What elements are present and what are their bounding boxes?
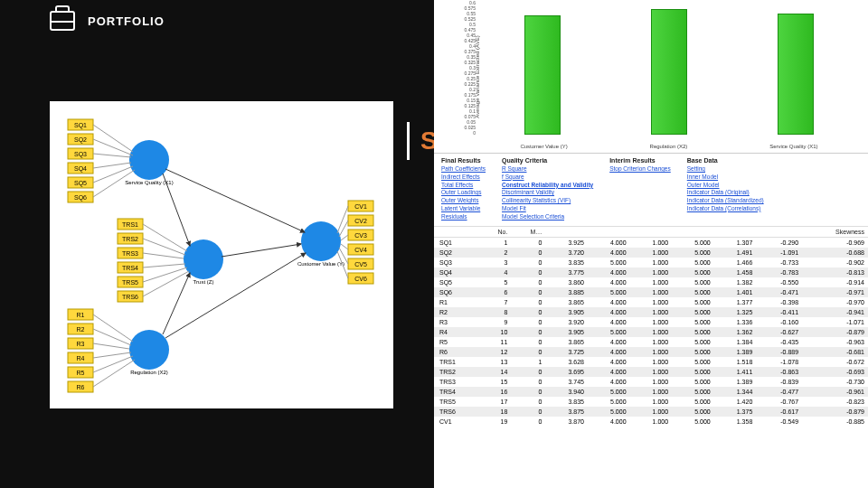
svg-line-66 bbox=[143, 264, 185, 267]
result-link[interactable]: Indicator Data (Standardized) bbox=[687, 197, 764, 205]
svg-line-53 bbox=[163, 174, 190, 246]
construct-regulation bbox=[129, 330, 169, 370]
svg-text:SQ2: SQ2 bbox=[74, 136, 87, 144]
col-header[interactable] bbox=[630, 227, 673, 238]
result-link[interactable]: Inner Model bbox=[687, 174, 764, 182]
result-link[interactable]: Outer Weights bbox=[441, 197, 486, 205]
svg-line-76 bbox=[339, 221, 348, 237]
result-link[interactable]: Outer Model bbox=[687, 182, 764, 190]
chart-bar bbox=[524, 15, 561, 135]
svg-text:SQ1: SQ1 bbox=[74, 122, 87, 129]
table-row[interactable]: TRS51703.8355.0001.0005.0001.420-0.767-0… bbox=[434, 397, 868, 407]
table-row[interactable]: R61203.7254.0001.0005.0001.389-0.889-0.6… bbox=[434, 347, 868, 357]
table-row[interactable]: CV11903.8704.0001.0005.0001.358-0.549-0.… bbox=[434, 417, 868, 427]
svg-text:TRS1: TRS1 bbox=[122, 221, 138, 228]
trs-indicators: TRS1 TRS2 TRS3 TRS4 TRS5 TRS6 bbox=[118, 219, 143, 302]
svg-line-72 bbox=[93, 352, 131, 358]
y-axis-ticks: 0.60.5750.550.5250.50.4750.450.4250.40.3… bbox=[458, 0, 476, 135]
quality-criteria-head: Quality Criteria bbox=[502, 157, 593, 164]
result-link[interactable]: Model Fit bbox=[502, 205, 593, 213]
result-link[interactable]: Discriminant Validity bbox=[502, 189, 593, 197]
svg-text:SQ6: SQ6 bbox=[74, 194, 87, 202]
result-link[interactable]: f Square bbox=[502, 174, 593, 182]
col-header[interactable] bbox=[756, 227, 802, 238]
results-links: Final ResultsPath CoefficientsIndirect E… bbox=[434, 154, 868, 227]
table-row[interactable]: R1703.8654.0001.0005.0001.377-0.398-0.97… bbox=[434, 297, 868, 307]
smartpls-app-panel: Average Variance Extracted (AVE) 0.60.57… bbox=[434, 0, 868, 488]
col-header[interactable] bbox=[714, 227, 757, 238]
result-link[interactable]: Latent Variable bbox=[441, 205, 486, 213]
table-row[interactable]: TRS31503.7454.0001.0005.0001.389-0.839-0… bbox=[434, 377, 868, 387]
result-link[interactable]: Indicator Data (Correlations) bbox=[687, 205, 764, 213]
svg-line-60 bbox=[93, 163, 131, 168]
result-link[interactable]: Construct Reliability and Validity bbox=[502, 182, 593, 190]
svg-text:Regulation (X2): Regulation (X2) bbox=[130, 370, 168, 375]
svg-text:CV5: CV5 bbox=[354, 261, 367, 267]
col-header[interactable] bbox=[672, 227, 714, 238]
result-link[interactable]: Indicator Data (Original) bbox=[687, 189, 764, 197]
table-row[interactable]: SQ1103.9254.0001.0005.0001.307-0.290-0.9… bbox=[434, 238, 868, 249]
svg-line-67 bbox=[143, 267, 187, 282]
svg-text:CV3: CV3 bbox=[354, 232, 367, 239]
svg-text:R4: R4 bbox=[77, 355, 85, 361]
result-link[interactable]: Model Selection Criteria bbox=[502, 213, 593, 221]
svg-line-71 bbox=[93, 343, 129, 349]
svg-text:CV1: CV1 bbox=[354, 203, 367, 210]
table-row[interactable]: TRS41603.9405.0001.0005.0001.344-0.477-0… bbox=[434, 387, 868, 397]
x-axis-labels: Customer Value (Y)Regulation (X2)Service… bbox=[479, 144, 859, 149]
svg-text:TRS6: TRS6 bbox=[122, 294, 138, 300]
table-row[interactable]: TRS11313.6284.0001.0005.0001.518-1.078-0… bbox=[434, 357, 868, 367]
table-row[interactable]: R3903.9204.0001.0005.0001.336-0.160-1.07… bbox=[434, 317, 868, 327]
result-link[interactable]: Residuals bbox=[441, 213, 486, 221]
svg-text:CV6: CV6 bbox=[354, 276, 367, 282]
svg-line-77 bbox=[341, 235, 348, 240]
svg-text:TRS4: TRS4 bbox=[122, 265, 138, 271]
svg-text:Customer Value (Y): Customer Value (Y) bbox=[297, 261, 344, 267]
portfolio-label: PORTFOLIO bbox=[88, 14, 165, 28]
svg-text:CV4: CV4 bbox=[354, 247, 367, 253]
svg-line-54 bbox=[222, 244, 301, 257]
svg-line-78 bbox=[341, 244, 348, 249]
table-row[interactable]: R41003.9055.0001.0005.0001.362-0.627-0.8… bbox=[434, 327, 868, 337]
table-row[interactable]: SQ5503.8604.0001.0005.0001.382-0.550-0.9… bbox=[434, 277, 868, 287]
chart-bar bbox=[651, 9, 687, 135]
table-row[interactable]: SQ3303.8355.0001.0005.0001.466-0.733-0.9… bbox=[434, 258, 868, 267]
chart-bar bbox=[778, 14, 814, 135]
briefcase-icon bbox=[50, 11, 75, 31]
svg-text:R2: R2 bbox=[77, 326, 85, 333]
col-header[interactable]: Skewness bbox=[802, 227, 868, 238]
svg-text:Trust (Z): Trust (Z) bbox=[193, 279, 214, 285]
svg-text:SQ4: SQ4 bbox=[74, 165, 87, 173]
svg-text:CV2: CV2 bbox=[354, 218, 367, 224]
table-row[interactable]: SQ6603.8855.0001.0005.0001.401-0.471-0.9… bbox=[434, 287, 868, 297]
ave-bar-chart: Average Variance Extracted (AVE) 0.60.57… bbox=[434, 0, 868, 154]
svg-line-73 bbox=[93, 356, 133, 372]
result-link[interactable]: Setting bbox=[687, 165, 764, 174]
result-link[interactable]: Indirect Effects bbox=[441, 174, 486, 182]
table-row[interactable]: R2803.9054.0001.0005.0001.325-0.411-0.94… bbox=[434, 307, 868, 317]
table-row[interactable]: SQ4403.7754.0001.0005.0001.458-0.783-0.8… bbox=[434, 267, 868, 277]
final-results-head: Final Results bbox=[441, 157, 486, 164]
col-header[interactable]: M… bbox=[511, 227, 545, 238]
result-link[interactable]: Total Effects bbox=[441, 182, 486, 190]
svg-text:R6: R6 bbox=[77, 384, 85, 390]
col-header[interactable] bbox=[434, 227, 480, 238]
svg-line-75 bbox=[337, 206, 348, 233]
x-tick-label: Regulation (X2) bbox=[650, 144, 688, 149]
svg-text:R1: R1 bbox=[77, 312, 85, 318]
col-header[interactable] bbox=[545, 227, 588, 238]
table-row[interactable]: R51103.8654.0001.0005.0001.384-0.435-0.9… bbox=[434, 337, 868, 347]
svg-text:TRS3: TRS3 bbox=[122, 250, 138, 257]
col-header[interactable]: No. bbox=[480, 227, 511, 238]
result-link[interactable]: Outer Loadings bbox=[441, 189, 486, 197]
title-accent-bar bbox=[407, 122, 410, 160]
table-row[interactable]: TRS61803.8755.0001.0005.0001.375-0.617-0… bbox=[434, 407, 868, 417]
result-link[interactable]: Stop Criterion Changes bbox=[609, 165, 671, 174]
table-row[interactable]: TRS21403.6954.0001.0005.0001.411-0.863-0… bbox=[434, 367, 868, 377]
result-link[interactable]: Collinearity Statistics (VIF) bbox=[502, 197, 593, 205]
col-header[interactable] bbox=[588, 227, 630, 238]
result-link[interactable]: R Square bbox=[502, 165, 593, 174]
result-link[interactable]: Path Coefficients bbox=[441, 165, 486, 174]
table-row[interactable]: SQ2203.7204.0001.0005.0001.491-1.091-0.6… bbox=[434, 248, 868, 258]
svg-text:TRS2: TRS2 bbox=[122, 236, 138, 242]
